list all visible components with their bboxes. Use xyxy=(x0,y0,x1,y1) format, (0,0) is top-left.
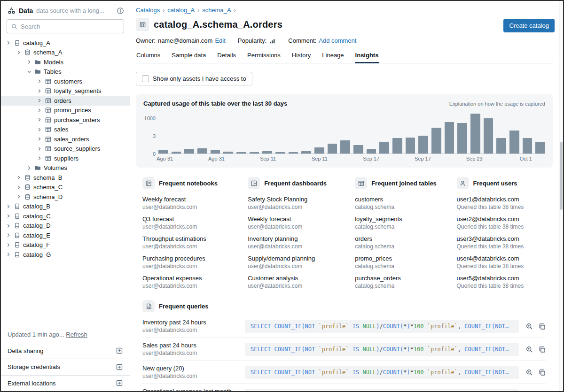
main-scrollbar[interactable] xyxy=(559,1,563,391)
tree-item-models[interactable]: Models xyxy=(1,57,130,67)
usage-bar-10[interactable] xyxy=(275,152,285,154)
item-name[interactable]: loyalty_segments xyxy=(355,215,446,223)
usage-bar-7[interactable] xyxy=(236,152,246,154)
usage-bar-1[interactable] xyxy=(158,150,168,154)
usage-bar-27[interactable] xyxy=(496,138,506,154)
tree-item-purchase_orders[interactable]: purchase_orders xyxy=(1,115,130,125)
sql-snippet[interactable]: SELECT COUNT_IF(NOT `profile` IS NULL)/C… xyxy=(245,389,519,391)
chevron-right-icon[interactable] xyxy=(16,194,22,199)
scrollbar-thumb[interactable] xyxy=(560,142,563,210)
chevron-right-icon[interactable] xyxy=(6,214,11,218)
tab-sample-data[interactable]: Sample data xyxy=(171,50,206,63)
chevron-right-icon[interactable] xyxy=(16,175,22,180)
usage-bar-18[interactable] xyxy=(379,142,389,154)
tree-item-schema_b[interactable]: schema_B xyxy=(1,173,130,183)
chevron-right-icon[interactable] xyxy=(26,166,32,170)
usage-bar-17[interactable] xyxy=(367,149,376,154)
breadcrumb-link-schema_a[interactable]: schema_A xyxy=(202,7,231,14)
chevron-right-icon[interactable] xyxy=(16,50,22,55)
usage-bar-8[interactable] xyxy=(250,152,259,154)
item-name[interactable]: user1@databricks.com xyxy=(457,196,546,203)
usage-bar-15[interactable] xyxy=(340,140,350,154)
chevron-down-icon[interactable] xyxy=(26,69,32,74)
query-name[interactable]: New query (20) xyxy=(142,365,245,372)
chevron-right-icon[interactable] xyxy=(6,243,11,247)
usage-bar-19[interactable] xyxy=(392,138,402,154)
item-name[interactable]: promo_prices xyxy=(355,255,446,262)
tree-item-orders[interactable]: orders xyxy=(1,96,130,106)
usage-bar-6[interactable] xyxy=(223,152,233,154)
usage-bar-4[interactable] xyxy=(197,148,207,154)
usage-bar-16[interactable] xyxy=(353,145,363,154)
copy-icon[interactable] xyxy=(538,369,546,377)
tree-item-schema_c[interactable]: schema_C xyxy=(1,183,130,192)
tree-item-suppliers[interactable]: suppliers xyxy=(1,154,130,163)
usage-bar-25[interactable] xyxy=(470,114,480,154)
item-name[interactable]: Purchasing procedures xyxy=(142,255,237,262)
usage-bar-14[interactable] xyxy=(328,144,337,154)
item-name[interactable]: Safety Stock Planning xyxy=(248,196,345,203)
item-name[interactable]: Supply/demand planning xyxy=(248,255,345,262)
usage-bar-26[interactable] xyxy=(484,118,494,154)
usage-bar-21[interactable] xyxy=(418,136,428,154)
tree-item-loyalty_segments[interactable]: loyalty_segments xyxy=(1,86,130,96)
search-box[interactable] xyxy=(7,19,124,33)
item-name[interactable]: customers xyxy=(355,196,446,203)
item-name[interactable]: orders xyxy=(355,235,446,243)
usage-bar-3[interactable] xyxy=(184,149,194,154)
item-name[interactable]: user5@databricks.com xyxy=(457,275,546,282)
chevron-right-icon[interactable] xyxy=(37,98,42,103)
breadcrumb-link-catalog_a[interactable]: catalog_A xyxy=(167,7,195,14)
query-name[interactable]: Operational expenses last month xyxy=(142,388,245,391)
tree-item-catalog_f[interactable]: catalog_F xyxy=(1,240,130,250)
tab-columns[interactable]: Columns xyxy=(136,50,161,63)
refresh-link[interactable]: Refresh xyxy=(66,331,87,338)
chevron-right-icon[interactable] xyxy=(37,127,42,132)
tree-item-catalog_g[interactable]: catalog_G xyxy=(1,250,130,260)
chevron-right-icon[interactable] xyxy=(37,146,42,151)
item-name[interactable]: Weekly forecast xyxy=(142,196,237,203)
item-name[interactable]: user4@databricks.com xyxy=(457,255,546,262)
tree-item-volumes[interactable]: Volumes xyxy=(1,163,130,173)
tree-item-sales[interactable]: sales xyxy=(1,125,130,135)
item-name[interactable]: Customer analysis xyxy=(248,275,345,282)
tree-item-source_suppliers[interactable]: source_suppliers xyxy=(1,144,130,154)
copy-icon[interactable] xyxy=(538,346,546,354)
item-name[interactable]: Weekly forecast xyxy=(248,215,345,223)
tree-item-catalog_a[interactable]: catalog_A xyxy=(1,38,130,48)
usage-bar-5[interactable] xyxy=(211,150,220,154)
item-name[interactable]: Operational expenses xyxy=(142,275,237,282)
add-comment-link[interactable]: Add comment xyxy=(319,37,356,44)
tree-item-catalog_d[interactable]: catalog_D xyxy=(1,221,130,231)
copy-icon[interactable] xyxy=(538,323,546,331)
usage-bar-13[interactable] xyxy=(314,147,324,154)
chevron-right-icon[interactable] xyxy=(6,252,11,257)
tree-item-catalog_b[interactable]: catalog_B xyxy=(1,202,130,212)
sidebar-link-external-locations[interactable]: External locations xyxy=(1,375,130,392)
sidebar-link-delta-sharing[interactable]: Delta sharing xyxy=(1,343,130,359)
chevron-right-icon[interactable] xyxy=(26,60,32,64)
breadcrumb-link-catalogs[interactable]: Catalogs xyxy=(136,7,160,14)
tree-item-schema_a[interactable]: schema_A xyxy=(1,48,130,58)
tab-lineage[interactable]: Lineage xyxy=(321,50,344,63)
sidebar-link-storage-credentials[interactable]: Storage credentials xyxy=(1,359,130,375)
usage-bar-23[interactable] xyxy=(445,122,454,154)
access-filter[interactable]: Show only assets I have access to xyxy=(136,72,252,85)
chevron-right-icon[interactable] xyxy=(37,79,42,84)
tree-item-catalog_c[interactable]: catalog_C xyxy=(1,211,130,221)
zoom-in-icon[interactable] xyxy=(525,323,533,331)
usage-bar-11[interactable] xyxy=(289,152,298,154)
query-name[interactable]: Sales past 24 hours xyxy=(142,342,245,349)
chevron-right-icon[interactable] xyxy=(6,204,11,209)
access-filter-checkbox[interactable] xyxy=(142,75,149,82)
sql-snippet[interactable]: SELECT COUNT_IF(NOT `profile` IS NULL)/C… xyxy=(245,366,519,379)
usage-bar-30[interactable] xyxy=(535,142,545,154)
item-name[interactable]: purchase_orders xyxy=(355,275,446,282)
chevron-right-icon[interactable] xyxy=(37,137,42,141)
usage-bar-12[interactable] xyxy=(301,151,311,154)
chevron-right-icon[interactable] xyxy=(6,40,11,45)
item-name[interactable]: user2@databricks.com xyxy=(457,215,546,223)
tree-item-tables[interactable]: Tables xyxy=(1,67,130,77)
query-name[interactable]: Inventory past 24 hours xyxy=(142,319,245,326)
usage-bar-28[interactable] xyxy=(509,131,519,154)
